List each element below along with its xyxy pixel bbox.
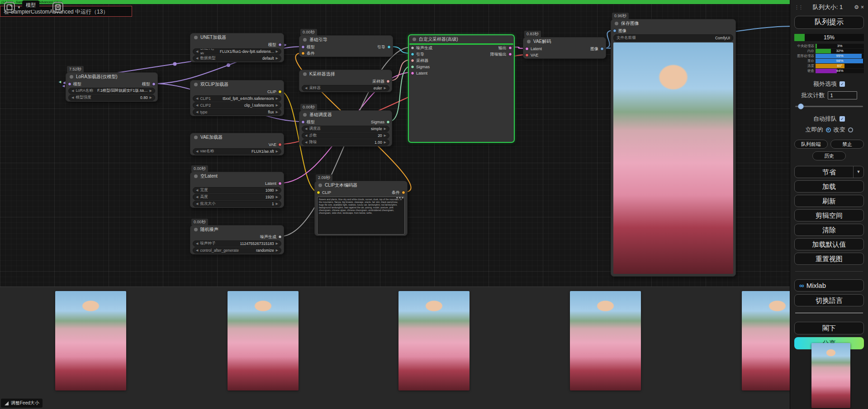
port-dot-icon[interactable]: [317, 191, 320, 194]
node-graph-canvas[interactable]: ◄◄ 7.52秒LoRA加载器(仅模型)模型模型◀LoRA名称F.1模型/回眸妩…: [0, 0, 868, 287]
graph-node-randomnoise[interactable]: 0.00秒随机噪声噪声生成◀噪声种子1124755267315183▶◀cont…: [190, 225, 284, 254]
output-port[interactable]: 模型: [142, 81, 156, 87]
input-port[interactable]: Latent: [411, 71, 427, 75]
graph-node-lora[interactable]: 7.52秒LoRA加载器(仅模型)模型模型◀LoRA名称F.1模型/回眸妩媚女F…: [66, 72, 158, 102]
input-port[interactable]: 引导: [411, 52, 424, 57]
decrement-arrow-icon[interactable]: ◀: [196, 202, 198, 206]
port-dot-icon[interactable]: [386, 120, 390, 124]
output-port[interactable]: 条件: [392, 190, 405, 196]
port-dot-icon[interactable]: [411, 46, 414, 50]
increment-arrow-icon[interactable]: ▶: [384, 134, 386, 137]
port-dot-icon[interactable]: [525, 53, 529, 57]
increment-arrow-icon[interactable]: ▶: [150, 89, 152, 93]
settings-gear-icon[interactable]: ⚙: [854, 4, 859, 10]
link-mid-dot[interactable]: [227, 63, 230, 67]
batch-count-input[interactable]: 1: [828, 91, 857, 99]
decrement-arrow-icon[interactable]: ◀: [196, 50, 198, 53]
decrement-arrow-icon[interactable]: ◀: [196, 150, 198, 153]
increment-arrow-icon[interactable]: ▶: [276, 188, 278, 192]
output-port[interactable]: 引导: [377, 44, 391, 50]
action-button-加载默认值[interactable]: 加载默认值: [794, 238, 864, 250]
node-title[interactable]: 自定义采样器(高级): [409, 35, 514, 43]
save-workflow-button[interactable]: [52, 2, 63, 13]
collapse-dot-icon[interactable]: [303, 113, 307, 117]
output-port[interactable]: 图像: [590, 46, 604, 52]
combo-widget[interactable]: ◀CLIP2clip_l.safetensors▶: [193, 102, 281, 108]
menu-drag-handle[interactable]: ⋮⋮: [794, 5, 802, 10]
node-title[interactable]: VAE加载器: [190, 133, 284, 141]
output-port[interactable]: 噪声生成: [260, 234, 282, 240]
combo-widget[interactable]: ◀批次大小1▶: [193, 201, 281, 207]
stop-button[interactable]: 禁止: [830, 140, 864, 149]
graph-node-vaeloader[interactable]: VAE加载器VAE◀vae名称FLUX1/ae.sft▶: [190, 133, 284, 155]
decrement-arrow-icon[interactable]: ◀: [305, 141, 307, 144]
port-dot-icon[interactable]: [301, 45, 305, 49]
input-port[interactable]: 模型: [301, 119, 315, 125]
input-port[interactable]: 模型: [301, 44, 315, 50]
radio-instant[interactable]: [826, 127, 831, 132]
input-port[interactable]: 采样器: [411, 58, 428, 64]
graph-node-clipencode[interactable]: 2.09秒CLIP文本编码器CLIP条件flowers and plants, …: [314, 181, 408, 236]
queue-front-button[interactable]: 队列前端: [794, 140, 828, 149]
node-title[interactable]: K采样器选择: [299, 70, 392, 78]
decrement-arrow-icon[interactable]: ◀: [196, 242, 198, 245]
graph-node-unet[interactable]: UNET加载器模型◀UNET名称FLUX1/flux1-dev-fp8.safe…: [190, 33, 284, 62]
port-dot-icon[interactable]: [411, 59, 414, 62]
combo-widget[interactable]: ◀CLIP1t5xxl_fp8_e4m3fn.safetensors▶: [193, 95, 281, 102]
port-dot-icon[interactable]: [508, 46, 512, 50]
combo-widget[interactable]: ◀宽度1080▶: [193, 187, 281, 193]
node-title[interactable]: 空Latent: [190, 172, 284, 180]
graph-node-vaedecode[interactable]: 0.83秒VAE解码Latent图像VAE: [523, 37, 606, 59]
collapse-dot-icon[interactable]: [194, 228, 198, 231]
text-widget[interactable]: 文件名前缀ComfyUI: [613, 34, 733, 42]
batch-count-slider[interactable]: [794, 103, 864, 109]
combo-widget[interactable]: ◀步数20▶: [302, 132, 389, 139]
decrement-arrow-icon[interactable]: ◀: [71, 89, 74, 93]
port-dot-icon[interactable]: [152, 82, 156, 86]
increment-arrow-icon[interactable]: ▶: [276, 50, 278, 53]
decrement-arrow-icon[interactable]: ◀: [196, 110, 198, 114]
node-title[interactable]: 保存图像: [611, 19, 735, 28]
action-button-剪辑空间[interactable]: 剪辑空间: [794, 209, 864, 221]
port-dot-icon[interactable]: [508, 52, 512, 56]
port-dot-icon[interactable]: [301, 52, 305, 55]
increment-arrow-icon[interactable]: ▶: [276, 56, 278, 60]
decrement-arrow-icon[interactable]: ◀: [305, 127, 307, 131]
collapse-dot-icon[interactable]: [527, 40, 531, 43]
input-port[interactable]: Sigmas: [411, 65, 430, 69]
collapse-dot-icon[interactable]: [194, 174, 198, 178]
extra-options-checkbox[interactable]: ✓: [840, 81, 845, 87]
increment-arrow-icon[interactable]: ▶: [276, 195, 278, 199]
decrement-arrow-icon[interactable]: ◀: [305, 134, 307, 137]
port-dot-icon[interactable]: [278, 182, 282, 185]
increment-arrow-icon[interactable]: ▶: [384, 86, 386, 90]
output-port[interactable]: Latent: [265, 181, 282, 186]
port-dot-icon[interactable]: [301, 120, 305, 124]
collapse-dot-icon[interactable]: [303, 72, 307, 76]
excellency-button[interactable]: 閣下: [794, 322, 864, 334]
radio-change[interactable]: [848, 127, 853, 132]
output-port[interactable]: 模型: [268, 42, 282, 48]
workflow-menu-button[interactable]: [4, 2, 15, 13]
feed-thumbnail[interactable]: [228, 291, 299, 390]
increment-arrow-icon[interactable]: ▶: [276, 110, 278, 114]
node-title[interactable]: VAE解码: [523, 38, 606, 46]
combo-widget[interactable]: ◀噪声种子1124755267315183▶: [193, 240, 281, 247]
decrement-arrow-icon[interactable]: ◀: [305, 86, 307, 90]
port-dot-icon[interactable]: [68, 82, 71, 86]
decrement-arrow-icon[interactable]: ◀: [196, 103, 198, 107]
collapse-dot-icon[interactable]: [413, 38, 416, 41]
feed-thumbnail[interactable]: [55, 291, 126, 390]
port-dot-icon[interactable]: [411, 71, 414, 75]
auto-queue-checkbox[interactable]: ✓: [840, 116, 845, 122]
collapse-dot-icon[interactable]: [615, 22, 618, 25]
port-dot-icon[interactable]: [386, 80, 390, 83]
combo-widget[interactable]: ◀LoRA名称F.1模型/回眸妩媚女F1版.sa…▶: [68, 88, 155, 94]
input-port[interactable]: 噪声生成: [411, 45, 432, 51]
mixlab-button[interactable]: ∞Mixlab: [794, 279, 864, 291]
port-dot-icon[interactable]: [411, 65, 414, 69]
close-menu-icon[interactable]: ×: [861, 4, 864, 10]
increment-arrow-icon[interactable]: ▶: [384, 127, 386, 131]
collapse-dot-icon[interactable]: [318, 183, 322, 187]
node-title[interactable]: 基础引导: [299, 36, 393, 44]
